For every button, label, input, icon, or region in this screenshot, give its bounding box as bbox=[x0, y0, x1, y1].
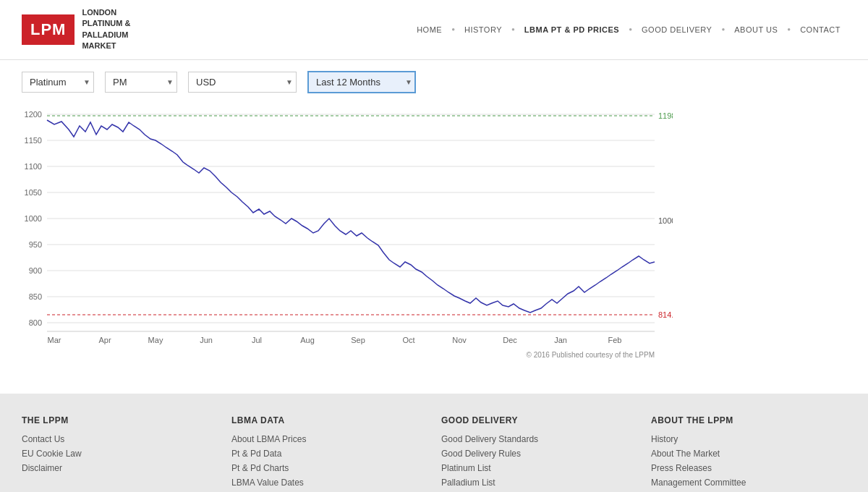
chart-area: 1200 1150 1100 1050 1000 950 900 850 800… bbox=[22, 104, 846, 365]
chart-container: 1200 1150 1100 1050 1000 950 900 850 800… bbox=[0, 104, 868, 379]
nav-good-delivery[interactable]: GOOD DELIVERY bbox=[636, 22, 718, 38]
nav-contact[interactable]: CONTACT bbox=[794, 22, 846, 38]
footer-link-contact-us[interactable]: Contact Us bbox=[22, 434, 217, 444]
nav-history[interactable]: HISTORY bbox=[459, 22, 508, 38]
svg-text:1150: 1150 bbox=[25, 136, 42, 145]
footer-link-history[interactable]: History bbox=[651, 434, 846, 444]
currency-select-wrapper: USD GBP EUR ▼ bbox=[188, 72, 297, 93]
price-chart: 1200 1150 1100 1050 1000 950 900 850 800… bbox=[22, 104, 673, 365]
footer-col-lbma: LBMA DATA About LBMA Prices Pt & Pd Data… bbox=[231, 415, 427, 492]
nav-home[interactable]: HOME bbox=[411, 22, 448, 38]
footer-link-eu-cookie[interactable]: EU Cookie Law bbox=[22, 449, 217, 459]
controls-bar: Platinum Palladium ▼ AM PM ▼ USD GBP EUR… bbox=[0, 60, 868, 104]
logo-box: LPM bbox=[22, 14, 75, 45]
metal-select[interactable]: Platinum Palladium bbox=[22, 72, 94, 93]
period-select[interactable]: Last 12 Months Last 6 Months Last 3 Mont… bbox=[307, 71, 416, 93]
svg-text:1050: 1050 bbox=[25, 188, 42, 197]
main-nav: HOME ● HISTORY ● LBMA PT & PD PRICES ● G… bbox=[411, 22, 846, 38]
svg-text:1200: 1200 bbox=[25, 110, 42, 119]
logo: LPM LONDON PLATINUM & PALLADIUM MARKET bbox=[22, 7, 130, 52]
svg-text:800: 800 bbox=[29, 318, 42, 327]
footer-link-gd-rules[interactable]: Good Delivery Rules bbox=[441, 449, 637, 459]
svg-text:May: May bbox=[148, 336, 163, 344]
footer-link-gd-standards[interactable]: Good Delivery Standards bbox=[441, 434, 637, 444]
footer-link-platinum-list[interactable]: Platinum List bbox=[441, 463, 637, 473]
footer-col-title-lppm: THE LPPM bbox=[22, 415, 217, 425]
svg-text:1000: 1000 bbox=[25, 214, 42, 223]
logo-text: LONDON PLATINUM & PALLADIUM MARKET bbox=[82, 7, 130, 52]
svg-text:Feb: Feb bbox=[608, 336, 622, 344]
nav-dot-4: ● bbox=[721, 26, 725, 33]
svg-text:Aug: Aug bbox=[300, 336, 315, 344]
svg-text:950: 950 bbox=[29, 240, 42, 249]
footer-grid: THE LPPM Contact Us EU Cookie Law Discla… bbox=[22, 415, 846, 492]
svg-text:814.00: 814.00 bbox=[658, 310, 673, 319]
session-select[interactable]: AM PM bbox=[105, 72, 177, 93]
nav-dot-5: ● bbox=[787, 26, 791, 33]
footer-col-about: ABOUT THE LPPM History About The Market … bbox=[651, 415, 846, 492]
svg-text:Sep: Sep bbox=[351, 336, 365, 344]
nav-about-us[interactable]: ABOUT US bbox=[728, 22, 783, 38]
footer-link-pt-pd-charts[interactable]: Pt & Pd Charts bbox=[231, 463, 427, 473]
svg-text:850: 850 bbox=[29, 292, 42, 301]
svg-text:Mar: Mar bbox=[48, 336, 61, 344]
footer-link-disclaimer[interactable]: Disclaimer bbox=[22, 463, 217, 473]
svg-text:Oct: Oct bbox=[402, 336, 414, 344]
nav-dot-3: ● bbox=[629, 26, 632, 33]
svg-text:1100: 1100 bbox=[25, 162, 42, 171]
header: LPM LONDON PLATINUM & PALLADIUM MARKET H… bbox=[0, 0, 868, 60]
footer-link-about-market[interactable]: About The Market bbox=[651, 449, 846, 459]
svg-text:Jun: Jun bbox=[200, 336, 213, 344]
footer-col-title-about: ABOUT THE LPPM bbox=[651, 415, 846, 425]
nav-dot-2: ● bbox=[511, 26, 515, 33]
svg-text:Jul: Jul bbox=[252, 336, 262, 344]
svg-text:© 2016 Published courtesy of t: © 2016 Published courtesy of the LPPM bbox=[527, 351, 655, 359]
svg-text:1198.00: 1198.00 bbox=[658, 111, 673, 120]
footer-link-press-releases[interactable]: Press Releases bbox=[651, 463, 846, 473]
footer-col-good-delivery: GOOD DELIVERY Good Delivery Standards Go… bbox=[441, 415, 637, 492]
footer-link-pt-pd-data[interactable]: Pt & Pd Data bbox=[231, 449, 427, 459]
currency-select[interactable]: USD GBP EUR bbox=[188, 72, 297, 93]
svg-text:900: 900 bbox=[29, 266, 42, 275]
metal-select-wrapper: Platinum Palladium ▼ bbox=[22, 72, 94, 93]
footer-col-title-good-delivery: GOOD DELIVERY bbox=[441, 415, 637, 425]
footer-link-management[interactable]: Management Committee bbox=[651, 478, 846, 488]
nav-lbma-prices[interactable]: LBMA PT & PD PRICES bbox=[519, 22, 625, 38]
svg-text:1000.49: 1000.49 bbox=[658, 216, 673, 225]
svg-text:Dec: Dec bbox=[503, 336, 517, 344]
svg-text:Jan: Jan bbox=[554, 336, 567, 344]
footer: THE LPPM Contact Us EU Cookie Law Discla… bbox=[0, 394, 868, 492]
footer-link-about-lbma[interactable]: About LBMA Prices bbox=[231, 434, 427, 444]
footer-link-palladium-list[interactable]: Palladium List bbox=[441, 478, 637, 488]
svg-text:Nov: Nov bbox=[452, 336, 467, 344]
period-select-wrapper: Last 12 Months Last 6 Months Last 3 Mont… bbox=[307, 71, 416, 93]
nav-dot-1: ● bbox=[451, 26, 455, 33]
svg-text:Apr: Apr bbox=[98, 336, 111, 344]
footer-link-lbma-value-dates[interactable]: LBMA Value Dates bbox=[231, 478, 427, 488]
footer-col-lppm: THE LPPM Contact Us EU Cookie Law Discla… bbox=[22, 415, 217, 492]
footer-col-title-lbma: LBMA DATA bbox=[231, 415, 427, 425]
session-select-wrapper: AM PM ▼ bbox=[105, 72, 177, 93]
